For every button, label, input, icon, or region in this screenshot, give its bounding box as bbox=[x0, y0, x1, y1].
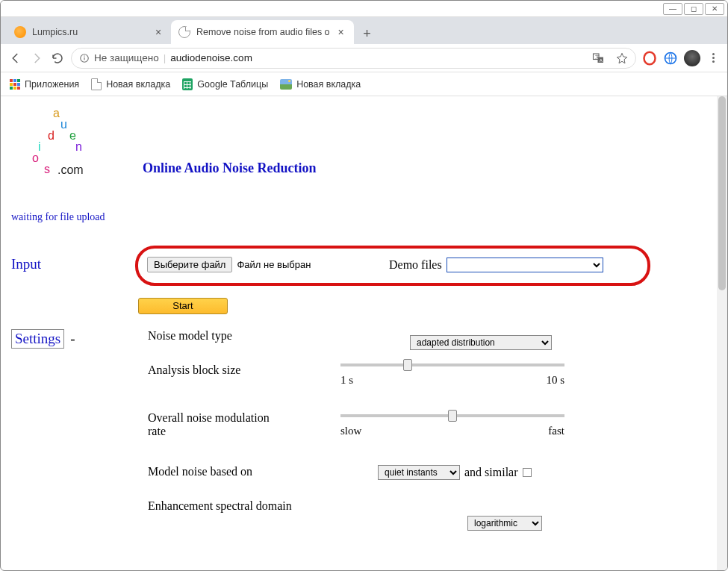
address-bar[interactable]: Не защищено | audiodenoise.com 文A bbox=[71, 48, 636, 69]
bookmarks-apps-button[interactable]: Приложения bbox=[10, 79, 79, 90]
info-icon bbox=[79, 53, 90, 63]
back-button[interactable] bbox=[8, 51, 23, 66]
overall-mod-rate-label: Overall noise modulation rate bbox=[148, 411, 282, 438]
tab-title: Remove noise from audio files o bbox=[196, 27, 330, 37]
analysis-block-size-slider[interactable] bbox=[340, 363, 564, 366]
browser-tab-audiodenoise[interactable]: Remove noise from audio files o × bbox=[171, 20, 354, 44]
input-section-row: Input bbox=[11, 256, 712, 272]
browser-tab-lumpics[interactable]: Lumpics.ru × bbox=[7, 20, 171, 44]
window-minimize-button[interactable]: — bbox=[663, 3, 682, 15]
svg-point-7 bbox=[644, 52, 656, 64]
tab-close-button[interactable]: × bbox=[153, 27, 164, 37]
toolbar: Не защищено | audiodenoise.com 文A bbox=[1, 44, 727, 72]
svg-rect-1 bbox=[84, 57, 84, 60]
page-headline: Online Audio Noise Reduction bbox=[143, 160, 317, 176]
input-section-label: Input bbox=[11, 256, 138, 272]
url-separator: | bbox=[164, 52, 167, 63]
slider-min-label: 1 s bbox=[340, 374, 353, 387]
window-maximize-button[interactable]: ◻ bbox=[684, 3, 703, 15]
tab-strip: Lumpics.ru × Remove noise from audio fil… bbox=[1, 17, 727, 44]
translate-icon[interactable]: 文A bbox=[592, 52, 606, 65]
insecure-site-indicator[interactable]: Не защищено bbox=[79, 52, 159, 63]
noise-model-type-label: Noise model type bbox=[148, 329, 232, 343]
noise-model-type-select[interactable]: adapted distribution bbox=[410, 335, 552, 350]
lumpics-favicon-icon bbox=[14, 26, 26, 38]
insecure-label: Не защищено bbox=[94, 52, 159, 63]
tab-title: Lumpics.ru bbox=[32, 27, 147, 37]
apps-grid-icon bbox=[10, 79, 20, 90]
window-close-button[interactable]: ✕ bbox=[705, 3, 724, 15]
demo-files-select[interactable] bbox=[447, 258, 603, 272]
analysis-block-size-label: Analysis block size bbox=[148, 363, 240, 377]
choose-file-button[interactable]: Выберите файл bbox=[147, 257, 232, 272]
bookmark-label: Приложения bbox=[25, 79, 79, 90]
url-text: audiodenoise.com bbox=[170, 52, 252, 63]
profile-avatar[interactable] bbox=[684, 50, 700, 66]
bookmark-label: Новая вкладка bbox=[296, 79, 361, 90]
slider-max-label: 10 s bbox=[546, 374, 564, 387]
page-favicon-icon bbox=[178, 26, 190, 38]
page-icon bbox=[91, 78, 102, 90]
settings-collapse-dash: - bbox=[70, 331, 75, 346]
model-noise-based-on-select[interactable]: quiet instants bbox=[378, 465, 460, 480]
vertical-scrollbar[interactable] bbox=[717, 96, 727, 571]
browser-menu-button[interactable] bbox=[706, 53, 720, 63]
svg-rect-2 bbox=[84, 55, 84, 56]
page-content: a u d e i n o s .com Online Audio Noise … bbox=[1, 96, 727, 571]
scenic-icon bbox=[280, 79, 292, 90]
os-titlebar: — ◻ ✕ bbox=[1, 1, 727, 17]
settings-section-row: Settings - bbox=[11, 329, 75, 349]
bookmarks-bar: Приложения Новая вкладка Google Таблицы … bbox=[1, 72, 727, 96]
bookmark-label: Google Таблицы bbox=[197, 79, 268, 90]
svg-text:A: A bbox=[600, 57, 603, 62]
and-similar-checkbox[interactable] bbox=[523, 468, 532, 477]
status-text: waiting for file upload bbox=[11, 211, 105, 223]
enhancement-spectral-domain-select[interactable]: logarithmic bbox=[467, 516, 542, 531]
slider-min-label: slow bbox=[340, 425, 361, 437]
scrollbar-thumb[interactable] bbox=[718, 96, 726, 290]
globe-extension-icon[interactable] bbox=[663, 51, 678, 66]
start-button[interactable]: Start bbox=[138, 298, 228, 314]
demo-files-group: Demo files bbox=[389, 258, 603, 272]
google-sheets-icon bbox=[182, 78, 193, 90]
demo-files-label: Demo files bbox=[389, 258, 442, 272]
settings-section-label[interactable]: Settings bbox=[11, 329, 64, 349]
and-similar-label: and similar bbox=[464, 466, 518, 479]
bookmark-item[interactable]: Новая вкладка bbox=[91, 78, 170, 90]
browser-window: — ◻ ✕ Lumpics.ru × Remove noise from aud… bbox=[0, 0, 728, 571]
bookmark-item[interactable]: Новая вкладка bbox=[280, 79, 361, 90]
model-noise-based-on-label: Model noise based on bbox=[148, 465, 252, 478]
new-tab-button[interactable]: + bbox=[357, 23, 378, 44]
tab-close-button[interactable]: × bbox=[336, 27, 346, 37]
bookmark-label: Новая вкладка bbox=[106, 79, 170, 90]
file-input-widget: Выберите файл Файл не выбран bbox=[147, 257, 311, 272]
chosen-file-name: Файл не выбран bbox=[237, 259, 311, 270]
reload-button[interactable] bbox=[50, 51, 65, 66]
forward-button[interactable] bbox=[29, 51, 44, 66]
slider-max-label: fast bbox=[548, 425, 564, 437]
enhancement-spectral-domain-label: Enhancement spectral domain bbox=[148, 499, 297, 513]
bookmark-item[interactable]: Google Таблицы bbox=[182, 78, 268, 90]
overall-mod-rate-slider[interactable] bbox=[340, 414, 564, 417]
svg-text:文: 文 bbox=[595, 54, 600, 59]
opera-extension-icon[interactable] bbox=[642, 51, 657, 66]
bookmark-star-icon[interactable] bbox=[616, 52, 628, 64]
